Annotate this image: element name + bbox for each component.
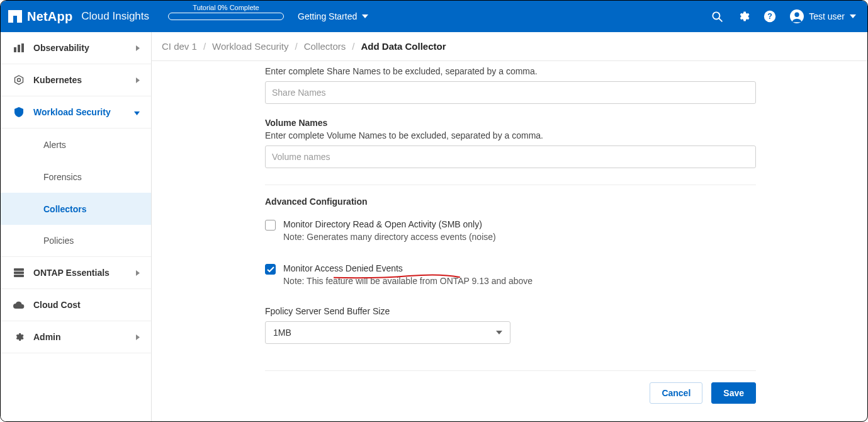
- svg-rect-6: [14, 47, 16, 52]
- chevron-right-icon: [136, 332, 140, 342]
- divider: [265, 185, 756, 185]
- monitor-access-denied-note: Note: This feature will be available fro…: [283, 276, 533, 286]
- main-content: CI dev 1 / Workload Security / Collector…: [152, 32, 867, 421]
- sidebar-sub-label: Alerts: [43, 140, 66, 150]
- sidebar-item-ontap-essentials[interactable]: ONTAP Essentials: [1, 257, 151, 289]
- chevron-down-icon: [362, 14, 368, 18]
- tutorial-progress-bar: [168, 13, 284, 20]
- svg-rect-13: [14, 275, 24, 277]
- sidebar-item-label: Cloud Cost: [33, 300, 81, 310]
- kubernetes-icon: [12, 75, 26, 85]
- breadcrumb-separator: /: [203, 41, 206, 52]
- volume-names-description: Enter complete Volume Names to be exclud…: [265, 130, 756, 140]
- chevron-down-icon: [850, 14, 856, 18]
- gear-icon: [12, 332, 26, 342]
- svg-text:?: ?: [767, 12, 772, 21]
- header-actions: ? Test user: [711, 9, 856, 23]
- sidebar-item-observability[interactable]: Observability: [1, 32, 151, 64]
- sidebar-item-kubernetes[interactable]: Kubernetes: [1, 64, 151, 96]
- getting-started-dropdown[interactable]: Getting Started: [298, 11, 368, 21]
- sidebar-sub-label: Policies: [43, 236, 74, 246]
- chevron-right-icon: [136, 268, 140, 278]
- chevron-right-icon: [136, 75, 140, 85]
- sidebar-item-label: Observability: [33, 43, 89, 53]
- search-icon[interactable]: [711, 10, 723, 23]
- divider: [265, 370, 756, 371]
- breadcrumb-current: Add Data Collector: [361, 41, 446, 52]
- tutorial-progress[interactable]: Tutorial 0% Complete: [168, 13, 284, 20]
- sidebar-sub-label: Forensics: [43, 172, 82, 182]
- brand-logo[interactable]: NetApp Cloud Insights: [8, 9, 149, 24]
- chevron-right-icon: [136, 43, 140, 53]
- fpolicy-buffer-select[interactable]: 1MB: [265, 321, 510, 344]
- getting-started-label: Getting Started: [298, 11, 357, 21]
- breadcrumb: CI dev 1 / Workload Security / Collector…: [152, 32, 867, 61]
- svg-rect-12: [14, 271, 24, 274]
- monitor-directory-label: Monitor Directory Read & Open Activity (…: [283, 219, 482, 229]
- sidebar-sub-forensics[interactable]: Forensics: [1, 161, 151, 193]
- sidebar-sub-label: Collectors: [43, 204, 86, 214]
- svg-point-10: [18, 79, 21, 82]
- svg-line-1: [719, 18, 723, 21]
- svg-rect-7: [18, 45, 20, 52]
- chevron-down-icon: [496, 331, 502, 334]
- fpolicy-buffer-value: 1MB: [273, 328, 291, 338]
- sidebar-item-label: Workload Security: [33, 107, 111, 117]
- monitor-access-denied-label: Monitor Access Denied Events: [283, 263, 403, 273]
- svg-marker-9: [15, 76, 23, 84]
- svg-rect-8: [21, 43, 24, 52]
- user-menu[interactable]: Test user: [790, 9, 856, 23]
- sidebar-item-label: Kubernetes: [33, 75, 82, 85]
- product-name: Cloud Insights: [81, 10, 149, 23]
- cloud-icon: [12, 301, 26, 309]
- help-icon[interactable]: ?: [764, 10, 776, 23]
- monitor-access-denied-checkbox[interactable]: [265, 264, 276, 275]
- tutorial-progress-label: Tutorial 0% Complete: [193, 4, 259, 11]
- fpolicy-buffer-label: Fpolicy Server Send Buffer Size: [265, 306, 756, 316]
- user-avatar-icon: [790, 9, 804, 23]
- sidebar-item-cloud-cost[interactable]: Cloud Cost: [1, 289, 151, 321]
- gear-icon[interactable]: [737, 10, 750, 23]
- sidebar-item-admin[interactable]: Admin: [1, 321, 151, 353]
- breadcrumb-item[interactable]: Collectors: [304, 41, 346, 52]
- breadcrumb-item[interactable]: CI dev 1: [162, 41, 197, 52]
- shield-icon: [12, 107, 26, 117]
- volume-names-input[interactable]: [265, 145, 756, 168]
- share-names-description: Enter complete Share Names to be exclude…: [265, 66, 756, 76]
- form-actions: Cancel Save: [265, 380, 756, 404]
- svg-point-0: [713, 12, 719, 19]
- sidebar-item-label: ONTAP Essentials: [33, 268, 110, 278]
- breadcrumb-separator: /: [295, 41, 297, 52]
- monitor-directory-checkbox[interactable]: [265, 220, 276, 231]
- sidebar-sub-policies[interactable]: Policies: [1, 225, 151, 257]
- storage-icon: [12, 268, 26, 277]
- bar-chart-icon: [12, 43, 26, 52]
- monitor-directory-note: Note: Generates many directory access ev…: [283, 232, 496, 242]
- app-header: NetApp Cloud Insights Tutorial 0% Comple…: [1, 1, 867, 32]
- advanced-config-heading: Advanced Configuration: [265, 197, 756, 207]
- save-button[interactable]: Save: [711, 382, 756, 404]
- volume-names-label: Volume Names: [265, 118, 756, 128]
- breadcrumb-separator: /: [352, 41, 354, 52]
- brand-name: NetApp: [27, 9, 72, 24]
- netapp-logo-icon: [8, 10, 22, 23]
- svg-rect-11: [14, 268, 24, 271]
- sidebar-item-workload-security[interactable]: Workload Security: [1, 96, 151, 128]
- sidebar-item-label: Admin: [33, 332, 61, 342]
- cancel-button[interactable]: Cancel: [650, 382, 702, 404]
- sidebar: Observability Kubernetes Workload Securi…: [1, 32, 152, 421]
- chevron-down-icon: [134, 107, 140, 117]
- breadcrumb-item[interactable]: Workload Security: [212, 41, 288, 52]
- svg-point-5: [795, 13, 799, 17]
- user-name: Test user: [809, 11, 845, 21]
- sidebar-sub-alerts[interactable]: Alerts: [1, 128, 151, 161]
- sidebar-sub-collectors[interactable]: Collectors: [1, 193, 151, 225]
- share-names-input[interactable]: [265, 81, 756, 104]
